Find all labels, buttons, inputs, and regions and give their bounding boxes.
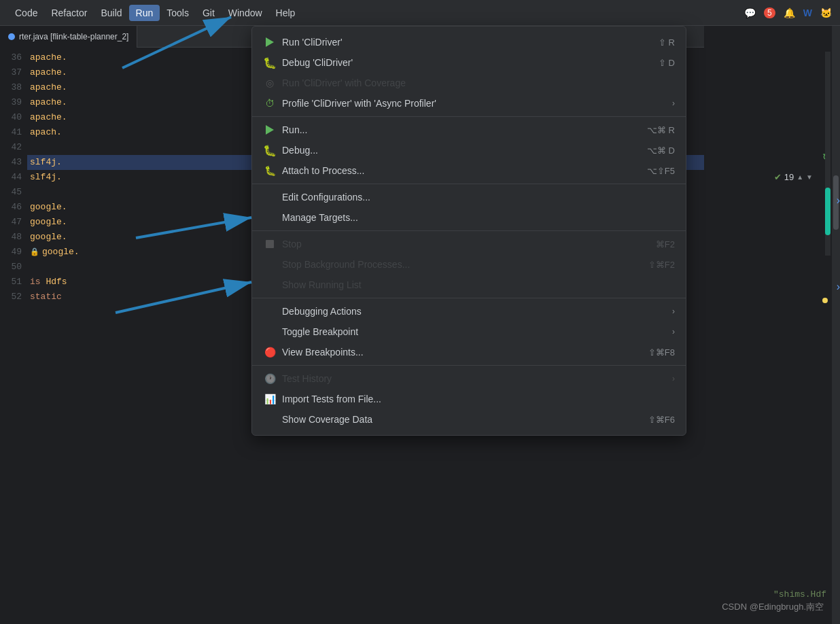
run-clidriver-shortcut: ⇧ R [659,37,675,48]
menu-section-6: 🕐 Test History › 📊 Import Tests from Fil… [252,366,686,432]
import-tests-label: Import Tests from File... [282,394,675,404]
debug-clidriver-shortcut: ⇧ D [659,58,675,68]
active-tab[interactable]: rter.java [flink-table-planner_2] [0,26,137,48]
run-icon [263,35,277,49]
menubar-right: 💬 5 🔔 W 🐱 [744,7,832,18]
manage-targets-icon [263,211,277,224]
check-badge: ✔ 19 ▲ ▼ [774,172,813,182]
scroll-indicator[interactable] [832,26,840,624]
debugging-actions-label: Debugging Actions [282,306,667,317]
debug-icon: 🐛 [263,56,277,69]
coverage-shortcut: ⇧⌘F6 [648,415,675,425]
profile-arrow: › [672,99,675,108]
watermark-text: CSDN @Edingbrugh.南空 [722,602,824,612]
show-coverage-label: Show Coverage Data [282,414,635,425]
debug-dots-icon: 🐛 [263,143,277,157]
view-bp-icon: 🔴 [263,345,277,359]
menu-refactor[interactable]: Refactor [44,5,94,21]
run-menu[interactable]: Run 'CliDriver' ⇧ R 🐛 Debug 'CliDriver' … [251,26,686,436]
menu-tools[interactable]: Tools [160,5,196,21]
test-history-item: 🕐 Test History › [252,368,686,389]
debug-clidriver-label: Debug 'CliDriver' [282,57,645,68]
run-dots-item[interactable]: Run... ⌥⌘ R [252,120,686,140]
menu-section-3: Edit Configurations... Manage Targets... [252,184,686,231]
menu-help[interactable]: Help [269,5,302,21]
toggle-bp-arrow: › [672,327,675,336]
coverage-data-icon [263,413,277,426]
scrollbar-track[interactable] [825,52,830,256]
manage-targets-item[interactable]: Manage Targets... [252,207,686,228]
toggle-bp-icon [263,325,277,339]
debug-dots-shortcut: ⌥⌘ D [647,145,675,156]
badge-count: 5 [764,7,775,18]
error-dot [822,298,828,303]
right-panel: ↻ ✔ 19 ▲ ▼ › › "shims.Hdf [704,26,840,624]
import-icon: 📊 [263,392,277,406]
watermark: CSDN @Edingbrugh.南空 [722,601,824,613]
scrollbar-thumb-teal[interactable] [825,188,830,235]
run-clidriver-label: Run 'CliDriver' [282,37,645,48]
view-bp-shortcut: ⇧⌘F8 [648,347,675,358]
debugging-actions-arrow: › [672,307,675,316]
menu-bar: Code Refactor Build Run Tools Git Window… [0,0,840,26]
menu-git[interactable]: Git [196,5,222,21]
toggle-breakpoint-label: Toggle Breakpoint [282,326,667,337]
toggle-breakpoint-item[interactable]: Toggle Breakpoint › [252,322,686,342]
shims-label: "shims.Hdf [773,589,826,600]
view-breakpoints-label: View Breakpoints... [282,347,635,358]
debugging-actions-icon [263,305,277,318]
stop-background-label: Stop Background Processes... [282,259,635,270]
stop-item: Stop ⌘F2 [252,234,686,254]
test-history-arrow: › [672,374,675,383]
run-coverage-item: ◎ Run 'CliDriver' with Coverage [252,73,686,93]
show-running-label: Show Running List [282,279,675,290]
edit-config-item[interactable]: Edit Configurations... [252,187,686,207]
debug-dots-label: Debug... [282,145,633,156]
expand-right-icon-2[interactable]: › [837,281,840,293]
run-dots-icon [263,123,277,137]
debug-clidriver-item[interactable]: 🐛 Debug 'CliDriver' ⇧ D [252,52,686,73]
word-icon[interactable]: W [803,7,812,18]
edit-config-icon [263,190,277,204]
edit-config-label: Edit Configurations... [282,192,675,203]
stop-background-item: Stop Background Processes... ⇧⌘F2 [252,254,686,275]
attach-shortcut: ⌥⇧F5 [647,166,675,176]
expand-right-icon[interactable]: › [837,194,840,207]
stop-icon [263,237,277,251]
stop-bg-icon [263,258,277,271]
menu-build[interactable]: Build [94,5,128,21]
menu-run[interactable]: Run [129,5,160,21]
menu-section-4: Stop ⌘F2 Stop Background Processes... ⇧⌘… [252,231,686,298]
profile-icon[interactable]: 🐱 [820,7,832,18]
run-dots-shortcut: ⌥⌘ R [647,125,675,135]
wechat-icon[interactable]: 💬 [744,7,756,18]
stop-shortcut: ⌘F2 [656,239,675,249]
line-numbers: 36 37 38 39 40 41 42 43 44 45 46 47 48 4… [0,50,27,305]
show-running-item: Show Running List [252,275,686,295]
tab-label: rter.java [flink-table-planner_2] [19,32,128,41]
import-tests-item[interactable]: 📊 Import Tests from File... [252,389,686,409]
tab-icon [8,33,15,40]
menu-window[interactable]: Window [222,5,269,21]
notification-icon[interactable]: 🔔 [784,7,795,18]
manage-targets-label: Manage Targets... [282,212,675,223]
attach-process-label: Attach to Process... [282,165,633,176]
run-coverage-label: Run 'CliDriver' with Coverage [282,77,675,88]
history-icon: 🕐 [263,372,277,385]
menu-code[interactable]: Code [8,5,44,21]
attach-icon: 🐛 [263,164,277,177]
bottom-code-snippet: "shims.Hdf [773,589,826,600]
profile-label: Profile 'CliDriver' with 'Async Profiler… [282,98,667,109]
menu-section-5: Debugging Actions › Toggle Breakpoint › … [252,298,686,366]
coverage-icon: ◎ [263,76,277,90]
debug-dots-item[interactable]: 🐛 Debug... ⌥⌘ D [252,140,686,160]
attach-process-item[interactable]: 🐛 Attach to Process... ⌥⇧F5 [252,160,686,181]
profile-item[interactable]: ⏱ Profile 'CliDriver' with 'Async Profil… [252,93,686,114]
menu-section-1: Run 'CliDriver' ⇧ R 🐛 Debug 'CliDriver' … [252,29,686,117]
debugging-actions-item[interactable]: Debugging Actions › [252,301,686,322]
run-clidriver-item[interactable]: Run 'CliDriver' ⇧ R [252,32,686,52]
show-coverage-item[interactable]: Show Coverage Data ⇧⌘F6 [252,409,686,430]
stop-label: Stop [282,239,642,249]
view-breakpoints-item[interactable]: 🔴 View Breakpoints... ⇧⌘F8 [252,342,686,362]
show-running-icon [263,278,277,292]
